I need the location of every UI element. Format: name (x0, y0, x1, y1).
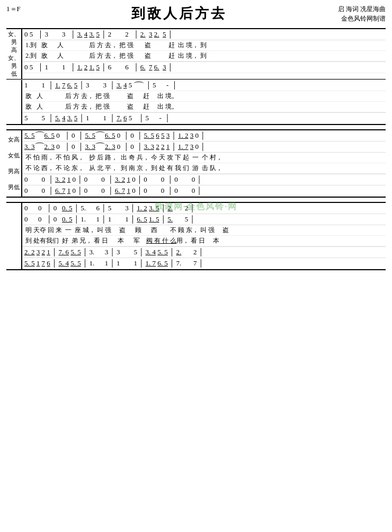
low-voice-notes-2: 5 5 │ 5. 4 3. 5 │ 1 1 │ 7. 6 5 │ 5 - │ (22, 112, 386, 124)
label-male-low: 男低 (7, 183, 21, 191)
female-high-notes: 5. 56. 5 0 │ 0 │ 5. 56. 5 0 │ 0 │ 5. 5 6… (22, 130, 386, 141)
credits-line1: 启 海词 冼星海曲 (338, 4, 386, 14)
sec3-lyric2: 到 处有我们 好 弟 兄， 看 日 本 军 阀 有 什 么用， 看 日 本 (25, 236, 219, 245)
credits-line2: 金色风铃网制谱 (338, 14, 386, 23)
sec3-r1: 0 0 │ 0 0. 5 │ 5. 6 │ 5 3 │ 1. 2 3. 5 │ … (24, 204, 195, 212)
lyrics-1: 1.到 敌 人 后 方 去， 把 强 盗 赶 出 境， 到 (25, 41, 207, 50)
label-female-low: 女低 (7, 152, 21, 159)
sec3-r4: 5. 5 1 7 6 │ 5. 4 5. 5 │ 1. 1 │ 1 1 │ 1.… (24, 259, 203, 268)
ml-notes: 0 0 │ 6. 7 1 0 │ 0 0 │ 6. 7 1 0 │ 0 0 │ … (24, 187, 202, 195)
sec3-row4: 5. 5 1 7 6 │ 5. 4 5. 5 │ 1. 1 │ 1 1 │ 1.… (22, 258, 386, 269)
sec2-lyric1: 不 怕 雨， 不 怕 风， 抄 后 路， 出 奇 兵， 今 天 攻 下 起 一 … (25, 153, 222, 162)
sec2-lyrics-2: 不 论 西， 不 论 东， 从 北 平， 到 南 京， 到 处 有 我 们 游 … (22, 163, 386, 174)
sec3-lyrics1: 明 天夺 回 来 一 座 城， 叫 强 盗 顾 西 不 顾 东， 叫 强 盗 (22, 225, 386, 236)
sec3-r3: 2. 2 3 2 1 │ 7. 6 5. 5 │ 3. 3 │ 3 5 │ 3.… (24, 248, 203, 256)
lyrics-2: 2.到 敌 人 后 方 去， 把 强 盗 赶 出 境， 到 (25, 51, 207, 60)
lyrics-h2: 敌 人 后 方 去， 把 强 盗 赶 出 境。 (22, 91, 386, 102)
fh-notes: 5. 56. 5 0 │ 0 │ 5. 56. 5 0 │ 0 │ 5. 5 6… (24, 131, 206, 140)
lyrics-row-2: 2.到 敌 人 后 方 去， 把 强 盗 赶 出 境， 到 (22, 51, 386, 61)
notes-h2: 1 1 │ 1. 7 6. 5 │ 3 3 │ 3. 4 5 │ 5 - │ (24, 81, 177, 90)
label-female-male-high: 女、男高 (7, 30, 21, 54)
female-low-notes: 3. 32. 3 0 │ 0 │ 3. 32. 3 0 │ 0 │ 3. 3 2… (22, 141, 386, 153)
page: 1＝F 到敌人后方去 启 海词 冼星海曲 金色风铃网制谱 歌谱网·金色风铃·网 … (6, 4, 386, 270)
sec3-row3: 2. 2 3 2 1 │ 7. 6 5. 5 │ 3. 3 │ 3 5 │ 3.… (22, 246, 386, 258)
notes-l2: 5 5 │ 5. 4 3. 5 │ 1 1 │ 7. 6 5 │ 5 - │ (24, 114, 170, 122)
sec2-lyrics-1: 不 怕 雨， 不 怕 风， 抄 后 路， 出 奇 兵， 今 天 攻 下 起 一 … (22, 153, 386, 163)
mh-notes: 0 0 │ 3. 2 1 0 │ 0 0 │ 3. 2 1 0 │ 0 0 │ … (24, 175, 202, 184)
male-low-notes: 0 0 │ 6. 7 1 0 │ 0 0 │ 6. 7 1 0 │ 0 0 │ … (22, 185, 386, 197)
sec3-lyric1: 明 天夺 回 来 一 座 城， 叫 强 盗 顾 西 不 顾 东， 叫 强 盗 (25, 226, 229, 235)
header: 1＝F 到敌人后方去 启 海词 冼星海曲 金色风铃网制谱 (6, 4, 386, 25)
low-voice-notes: 0 5 │ 1 1 │ 1. 2 1. 5 │ 6 6 │ 6. 7 6. 3 … (22, 61, 386, 73)
lyric-h2: 敌 人 后 方 去， 把 强 盗 赶 出 境。 (25, 92, 178, 101)
credits: 启 海词 冼星海曲 金色风铃网制谱 (338, 4, 386, 23)
key-signature: 1＝F (6, 4, 21, 14)
sec2-lyric2: 不 论 西， 不 论 东， 从 北 平， 到 南 京， 到 处 有 我 们 游 … (25, 164, 222, 173)
label-female-male-low: 女、男低 (7, 54, 21, 78)
high-voice-notes-2: 1 1 │ 1. 7 6. 5 │ 3 3 │ 3. 4 5 │ 5 - │ (22, 80, 386, 91)
section-1: 女、男高 女、男低 0 5 │ 3 3 │ 3. 4 3. 5 │ 2 2 │ … (6, 28, 386, 270)
sec3-r2: 0 0 │ 0 0. 5 │ 1. 1 │ 1 1 │ 6. 5 1. 5 │ … (24, 215, 195, 224)
label-male-high: 男高 (7, 167, 21, 175)
label-female-high: 女高 (7, 136, 21, 144)
male-high-notes: 0 0 │ 3. 2 1 0 │ 0 0 │ 3. 2 1 0 │ 0 0 │ … (22, 174, 386, 185)
music-notes-high: 0 5 │ 3 3 │ 3. 4 3. 5 │ 2 2 │ 2. 3 2. 5 … (24, 30, 173, 39)
fl-notes: 3. 32. 3 0 │ 0 │ 3. 32. 3 0 │ 0 │ 3. 3 2… (24, 143, 206, 151)
music-notes-low: 0 5 │ 1 1 │ 1. 2 1. 5 │ 6 6 │ 6. 7 6. 3 … (24, 63, 173, 72)
lyrics-h2b: 敌 人 后 方 去， 把 强 盗 赶 出 境。 (22, 102, 386, 112)
sec3-lyrics2: 到 处有我们 好 弟 兄， 看 日 本 军 阀 有 什 么用， 看 日 本 (22, 236, 386, 246)
sec3-row1: 0 0 │ 0 0. 5 │ 5. 6 │ 5 3 │ 1. 2 3. 5 │ … (22, 203, 386, 214)
lyrics-row-1: 1.到 敌 人 后 方 去， 把 强 盗 赶 出 境， 到 (22, 40, 386, 51)
page-title: 到敌人后方去 (131, 4, 227, 23)
sec3-row2: 0 0 │ 0 0. 5 │ 1. 1 │ 1 1 │ 6. 5 1. 5 │ … (22, 214, 386, 225)
lyric-h2b: 敌 人 后 方 去， 把 强 盗 赶 出 境。 (25, 102, 178, 111)
high-voice-notes: 0 5 │ 3 3 │ 3. 4 3. 5 │ 2 2 │ 2. 3 2. 5 … (22, 29, 386, 40)
